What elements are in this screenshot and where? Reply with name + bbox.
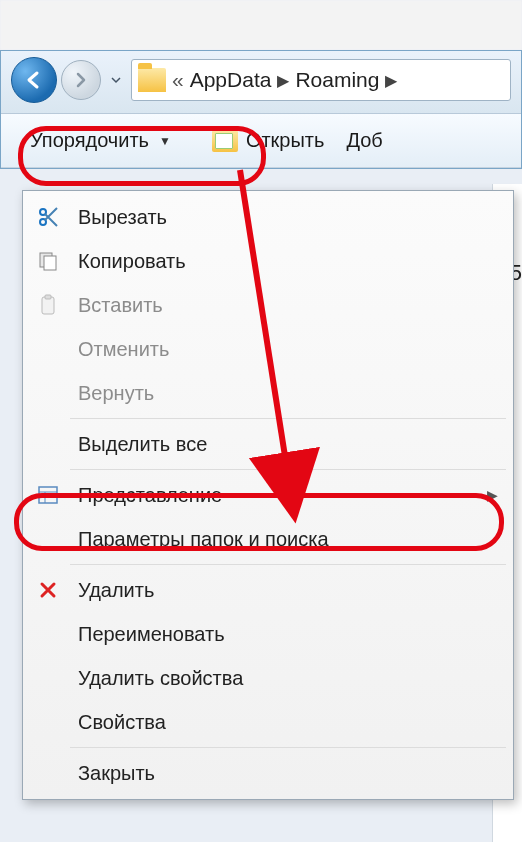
menu-label: Удалить — [78, 579, 498, 602]
submenu-arrow-icon: ▶ — [487, 487, 498, 503]
layout-icon — [34, 484, 62, 506]
menu-label: Выделить все — [78, 433, 498, 456]
toolbar: Упорядочить ▼ Открыть Доб — [1, 114, 521, 168]
arrow-right-icon — [72, 71, 90, 89]
menu-item-paste: Вставить — [26, 283, 510, 327]
add-label: Доб — [346, 129, 382, 151]
open-button[interactable]: Открыть — [204, 125, 333, 156]
menu-separator — [70, 469, 506, 470]
menu-label: Вырезать — [78, 206, 498, 229]
menu-item-delete[interactable]: Удалить — [26, 568, 510, 612]
nav-history-dropdown[interactable] — [107, 60, 125, 100]
menu-separator — [70, 564, 506, 565]
menu-item-copy[interactable]: Копировать — [26, 239, 510, 283]
svg-rect-4 — [42, 297, 54, 314]
menu-label: Вставить — [78, 294, 498, 317]
folder-icon — [138, 68, 166, 92]
menu-item-layout[interactable]: Представление ▶ — [26, 473, 510, 517]
organize-dropdown-menu: Вырезать Копировать Вставить Отменить Ве… — [22, 190, 514, 800]
menu-item-cut[interactable]: Вырезать — [26, 195, 510, 239]
breadcrumb-seg-roaming[interactable]: Roaming — [295, 68, 379, 92]
menu-label: Параметры папок и поиска — [78, 528, 498, 551]
organize-label: Упорядочить — [30, 129, 149, 152]
open-folder-icon — [212, 130, 238, 152]
copy-icon — [34, 250, 62, 272]
menu-item-redo: Вернуть — [26, 371, 510, 415]
svg-rect-3 — [44, 256, 56, 270]
delete-icon — [34, 580, 62, 600]
breadcrumb[interactable]: « AppData ▶ Roaming ▶ — [172, 68, 397, 92]
menu-label: Копировать — [78, 250, 498, 273]
chevron-right-icon[interactable]: ▶ — [277, 71, 289, 90]
address-bar[interactable]: « AppData ▶ Roaming ▶ — [131, 59, 511, 101]
menu-item-folder-options[interactable]: Параметры папок и поиска — [26, 517, 510, 561]
chevron-down-icon — [110, 74, 122, 86]
menu-item-select-all[interactable]: Выделить все — [26, 422, 510, 466]
menu-label: Закрыть — [78, 762, 498, 785]
menu-separator — [70, 747, 506, 748]
chevron-down-icon: ▼ — [159, 134, 171, 148]
explorer-window: « AppData ▶ Roaming ▶ Упорядочить ▼ Откр… — [0, 50, 522, 169]
breadcrumb-seg-appdata[interactable]: AppData — [190, 68, 272, 92]
breadcrumb-prefix: « — [172, 68, 184, 92]
forward-button[interactable] — [61, 60, 101, 100]
chevron-right-icon[interactable]: ▶ — [385, 71, 397, 90]
menu-label: Представление — [78, 484, 471, 507]
background-blur — [0, 0, 522, 50]
clipboard-icon — [34, 294, 62, 316]
scissors-icon — [34, 206, 62, 228]
nav-bar: « AppData ▶ Roaming ▶ — [1, 51, 521, 114]
menu-label: Удалить свойства — [78, 667, 498, 690]
menu-item-undo: Отменить — [26, 327, 510, 371]
add-button-partial[interactable]: Доб — [346, 129, 382, 152]
svg-rect-5 — [45, 295, 51, 299]
menu-item-properties[interactable]: Свойства — [26, 700, 510, 744]
menu-item-remove-properties[interactable]: Удалить свойства — [26, 656, 510, 700]
menu-label: Свойства — [78, 711, 498, 734]
organize-button[interactable]: Упорядочить ▼ — [11, 121, 190, 161]
menu-item-close[interactable]: Закрыть — [26, 751, 510, 795]
arrow-left-icon — [23, 69, 45, 91]
menu-item-rename[interactable]: Переименовать — [26, 612, 510, 656]
back-button[interactable] — [11, 57, 57, 103]
menu-label: Отменить — [78, 338, 498, 361]
menu-label: Вернуть — [78, 382, 498, 405]
svg-rect-6 — [39, 487, 57, 503]
open-label: Открыть — [246, 129, 325, 152]
menu-separator — [70, 418, 506, 419]
menu-label: Переименовать — [78, 623, 498, 646]
